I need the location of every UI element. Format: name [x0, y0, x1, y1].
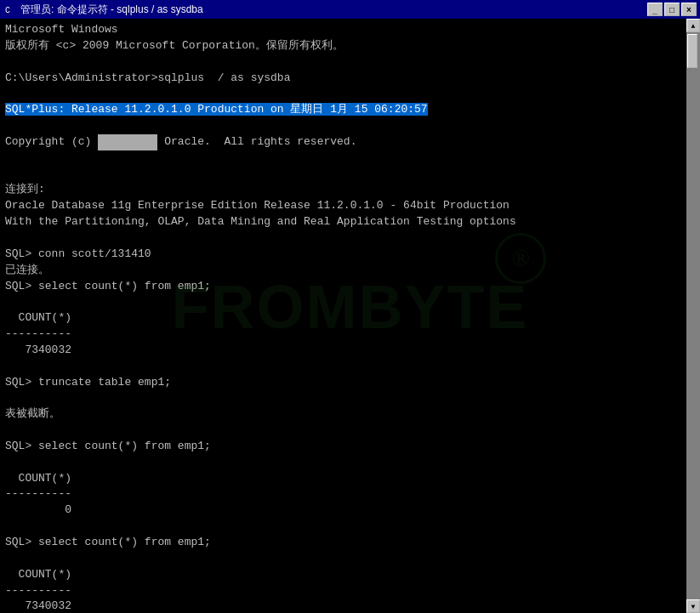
svg-text:C: C: [5, 6, 10, 15]
line-7: [5, 118, 681, 134]
line-18: [5, 294, 681, 310]
line-26: [5, 423, 681, 439]
scrollbar[interactable]: ▲ ▼: [686, 19, 700, 613]
line-29: COUNT(*): [5, 471, 681, 487]
line-8: Copyright (c) Oracle. All rights reserve…: [5, 134, 681, 150]
line-20: ----------: [5, 326, 681, 343]
line-16: 已连接。: [5, 263, 681, 279]
line-12: Oracle Database 11g Enterprise Edition R…: [5, 198, 681, 214]
scroll-track[interactable]: [686, 32, 700, 599]
line-2: 版权所有 <c> 2009 Microsoft Corporation。保留所有…: [5, 38, 681, 54]
line-6: SQL*Plus: Release 11.2.0.1.0 Production …: [5, 102, 681, 118]
scroll-up-arrow[interactable]: ▲: [686, 19, 700, 32]
line-33: SQL> select count(*) from emp1;: [5, 535, 681, 551]
line-5: [5, 86, 681, 102]
line-27: SQL> select count(*) from emp1;: [5, 439, 681, 455]
line-34: [5, 551, 681, 567]
scroll-down-arrow[interactable]: ▼: [686, 599, 700, 613]
line-25: 表被截断。: [5, 406, 681, 423]
line-1: Microsoft Windows: [5, 22, 681, 38]
line-32: [5, 519, 681, 535]
line-30: ----------: [5, 486, 681, 502]
line-35: COUNT(*): [5, 567, 681, 583]
titlebar-buttons: _ □ ×: [647, 3, 697, 16]
line-3: [5, 54, 681, 71]
sqlplus-version-highlight: SQL*Plus: Release 11.2.0.1.0 Production …: [5, 103, 428, 116]
line-21: 7340032: [5, 343, 681, 359]
redacted-text: [98, 134, 157, 150]
maximize-button[interactable]: □: [664, 3, 680, 16]
terminal: Microsoft Windows 版权所有 <c> 2009 Microsof…: [0, 19, 686, 613]
titlebar-title: 管理员: 命令提示符 - sqlplus / as sysdba: [20, 3, 203, 17]
line-19: COUNT(*): [5, 310, 681, 326]
line-22: [5, 359, 681, 375]
line-15: SQL> conn scott/131410: [5, 247, 681, 263]
line-11: 连接到:: [5, 182, 681, 198]
titlebar-left: C 管理员: 命令提示符 - sqlplus / as sysdba: [3, 3, 203, 17]
close-button[interactable]: ×: [681, 3, 697, 16]
cmd-icon: C: [3, 3, 15, 15]
line-17: SQL> select count(*) from emp1;: [5, 279, 681, 295]
line-31: 0: [5, 502, 681, 519]
minimize-button[interactable]: _: [647, 3, 663, 16]
line-37: 7340032: [5, 599, 681, 613]
line-23: SQL> truncate table emp1;: [5, 375, 681, 391]
line-13: With the Partitioning, OLAP, Data Mining…: [5, 214, 681, 230]
line-24: [5, 390, 681, 406]
titlebar: C 管理员: 命令提示符 - sqlplus / as sysdba _ □ ×: [0, 0, 700, 19]
line-28: [5, 455, 681, 471]
line-4: C:\Users\Administrator>sqlplus / as sysd…: [5, 71, 681, 87]
line-10: [5, 167, 681, 183]
line-9: [5, 150, 681, 167]
line-14: [5, 230, 681, 247]
scroll-thumb[interactable]: [687, 34, 697, 68]
line-36: ----------: [5, 583, 681, 599]
